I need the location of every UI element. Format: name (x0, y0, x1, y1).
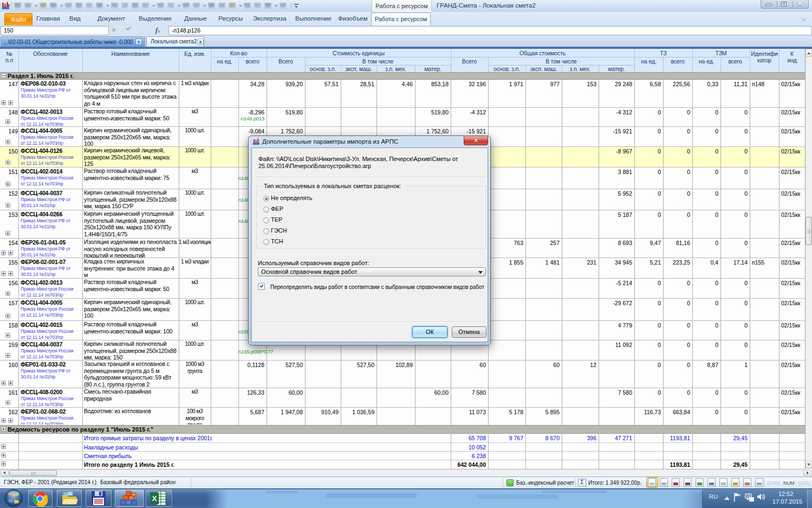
svg-text:X: X (152, 494, 157, 503)
